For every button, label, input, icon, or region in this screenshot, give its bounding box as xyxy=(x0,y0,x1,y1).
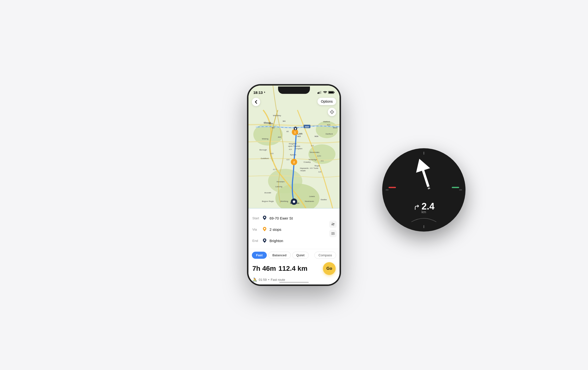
svg-text:Dartford: Dartford xyxy=(326,133,333,135)
back-button[interactable] xyxy=(252,98,260,106)
waypoint-start-text: 69-70 Ewer St xyxy=(270,216,336,220)
turn-distance-group: 2.4 km xyxy=(413,202,435,214)
options-button[interactable]: Options xyxy=(318,98,336,105)
svg-text:A26: A26 xyxy=(318,171,321,173)
route-action-buttons xyxy=(329,221,337,237)
route-list-button[interactable] xyxy=(329,230,337,237)
svg-point-79 xyxy=(264,228,265,229)
svg-text:A22: A22 xyxy=(311,145,314,147)
svg-marker-89 xyxy=(412,157,430,173)
list-icon xyxy=(331,232,335,235)
svg-text:A21: A21 xyxy=(321,160,324,162)
tab-compass-label: Compass xyxy=(318,253,332,257)
svg-text:Woking: Woking xyxy=(262,138,269,140)
svg-point-60 xyxy=(293,200,295,203)
tab-balanced[interactable]: Balanced xyxy=(268,252,291,259)
waypoint-end-text: Brighton xyxy=(270,239,336,243)
waypoint-via-label: Via xyxy=(252,228,260,231)
svg-text:Croydon: Croydon xyxy=(295,148,302,150)
tab-fast[interactable]: Fast xyxy=(252,252,267,259)
tick-bottom xyxy=(424,225,424,228)
svg-point-76 xyxy=(264,217,265,218)
waypoint-via-text: 2 stops xyxy=(270,227,336,232)
waypoint-start: Start 69-70 Ewer St xyxy=(252,215,336,222)
svg-text:Worthing: Worthing xyxy=(280,200,288,202)
go-button[interactable]: Go xyxy=(323,262,336,275)
wifi-icon xyxy=(323,91,327,94)
status-icons xyxy=(318,91,335,94)
start-pin-icon xyxy=(262,216,267,221)
tab-compass[interactable]: Compass xyxy=(314,252,336,259)
svg-line-87 xyxy=(334,234,335,234)
route-duration: 7h 46m xyxy=(252,265,276,272)
svg-rect-5 xyxy=(329,92,333,93)
waypoint-end-label: End xyxy=(252,239,260,243)
svg-text:Horsham: Horsham xyxy=(277,181,285,183)
tick-right xyxy=(459,190,462,190)
svg-point-70 xyxy=(332,112,332,112)
distance-display: 2.4 km xyxy=(422,202,435,214)
watch-device: 2.4 km xyxy=(382,148,466,232)
svg-marker-80 xyxy=(263,230,266,231)
end-pin-icon xyxy=(262,238,267,243)
svg-marker-88 xyxy=(422,169,430,187)
svg-text:Ilford: Ilford xyxy=(333,127,337,129)
tab-quiet-label: Quiet xyxy=(296,253,305,257)
svg-rect-2 xyxy=(319,91,320,94)
svg-text:Lon: Lon xyxy=(297,132,302,135)
distance-value: 2.4 xyxy=(422,202,435,211)
svg-marker-77 xyxy=(263,219,266,220)
svg-point-90 xyxy=(428,187,431,190)
battery-icon xyxy=(328,91,335,94)
route-sub-time: 01:59 xyxy=(259,278,267,282)
route-distance: 112.4 km xyxy=(279,265,307,272)
svg-text:Tonbridge: Tonbridge xyxy=(308,159,317,161)
home-indicator xyxy=(279,282,309,283)
go-button-label: Go xyxy=(326,266,332,271)
via-pin-icon xyxy=(262,227,267,232)
svg-text:A24: A24 xyxy=(278,136,281,138)
svg-text:A24: A24 xyxy=(286,159,290,160)
waypoint-end: End Brighton xyxy=(252,237,336,244)
svg-text:A25: A25 xyxy=(270,153,274,154)
svg-text:A26: A26 xyxy=(310,167,313,169)
back-icon xyxy=(255,100,257,104)
svg-text:Crawley: Crawley xyxy=(304,161,311,163)
svg-text:A21: A21 xyxy=(327,124,331,126)
tab-quiet[interactable]: Quiet xyxy=(292,252,309,259)
location-indicator-icon xyxy=(263,91,266,94)
waypoint-start-label: Start xyxy=(252,216,260,220)
svg-text:A24: A24 xyxy=(289,148,292,150)
svg-text:Slough: Slough xyxy=(264,122,271,124)
svg-text:Guildford: Guildford xyxy=(261,157,269,160)
location-button[interactable] xyxy=(328,108,336,116)
route-sub-separator: • xyxy=(268,278,270,282)
turn-right-icon xyxy=(413,204,421,211)
phone-notch xyxy=(278,86,310,94)
svg-point-82 xyxy=(264,239,265,241)
tick-left xyxy=(386,190,389,190)
time-display: 18:13 xyxy=(253,90,263,95)
svg-text:2: 2 xyxy=(293,161,295,164)
svg-text:M4: M4 xyxy=(283,120,286,122)
options-label: Options xyxy=(321,99,333,103)
bike-icon: 🚴 xyxy=(252,277,257,282)
svg-rect-1 xyxy=(318,92,319,94)
svg-text:A3: A3 xyxy=(286,131,289,132)
nav-arrow-svg xyxy=(407,153,441,193)
svg-text:Eastbo: Eastbo xyxy=(321,198,327,201)
svg-text:Borough: Borough xyxy=(259,149,267,151)
svg-rect-6 xyxy=(334,92,335,93)
swap-route-button[interactable] xyxy=(329,221,337,228)
svg-text:M26: M26 xyxy=(315,135,318,137)
swap-icon xyxy=(331,222,335,226)
svg-text:Arundel: Arundel xyxy=(264,192,271,194)
waypoint-via: Via 2 stops xyxy=(252,226,336,233)
svg-text:M25: M25 xyxy=(297,136,301,137)
status-time: 18:13 xyxy=(253,90,266,95)
svg-text:M3: M3 xyxy=(272,127,275,129)
svg-text:Sevenoaks: Sevenoaks xyxy=(310,151,319,153)
indicator-right xyxy=(452,187,459,188)
svg-text:Watford: Watford xyxy=(323,121,330,123)
distance-unit: km xyxy=(422,210,426,214)
